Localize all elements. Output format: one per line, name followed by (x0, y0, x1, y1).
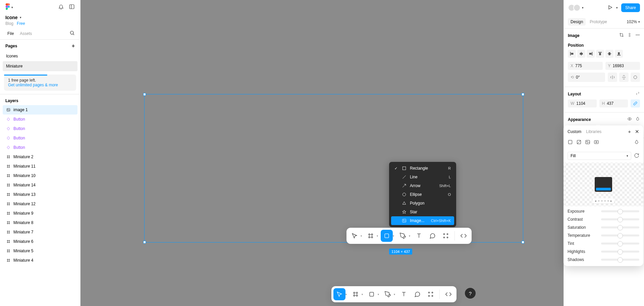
layer-item[interactable]: Miniature 8 (3, 218, 77, 227)
layer-item[interactable]: Miniature 11 (3, 162, 77, 171)
align-top[interactable] (596, 50, 604, 58)
align-vcenter[interactable] (605, 50, 613, 58)
share-button[interactable]: Share (621, 3, 640, 12)
layer-item[interactable]: Button (3, 143, 77, 152)
rotation-input[interactable]: ⟲0° (568, 73, 605, 82)
help-button[interactable]: ? (465, 288, 476, 299)
shape-menu-image[interactable]: Image...Ctrl+Shift+K (391, 216, 454, 225)
chevron-down-icon[interactable]: ▾ (393, 234, 394, 237)
chevron-down-icon[interactable]: ▾ (409, 234, 410, 237)
layer-item[interactable]: Miniature 13 (3, 190, 77, 199)
panels-icon[interactable] (69, 4, 75, 11)
shape-menu-ellipse[interactable]: EllipseO (391, 190, 454, 199)
plan-link[interactable]: Free (17, 21, 25, 26)
upgrade-link[interactable]: Get unlimited pages & more (8, 83, 58, 87)
file-title[interactable]: Icone (5, 15, 18, 20)
resize-handle-bl[interactable] (143, 241, 146, 244)
chevron-down-icon[interactable]: ▾ (20, 16, 21, 19)
pen-tool[interactable] (382, 288, 394, 300)
move-tool[interactable] (333, 288, 345, 300)
layer-item[interactable]: Miniature 14 (3, 180, 77, 190)
shape-menu-line[interactable]: LineL (391, 173, 454, 181)
canvas[interactable]: 1104 × 437 ✓RectangleRLineLArrowShift+LE… (80, 0, 564, 306)
more-transform[interactable] (631, 73, 640, 82)
tab-assets[interactable]: Assets (18, 28, 34, 39)
rotate-icon[interactable] (634, 153, 639, 159)
move-tool[interactable] (348, 230, 361, 242)
blend-icon[interactable] (635, 117, 640, 122)
resize-handle-tl[interactable] (143, 93, 146, 96)
add-page-button[interactable]: + (72, 43, 75, 49)
slider-contrast[interactable] (601, 218, 639, 220)
shape-menu-star[interactable]: Star (391, 208, 454, 216)
slider-saturation[interactable] (601, 226, 639, 228)
slider-shadows[interactable] (601, 259, 639, 261)
frame-tool[interactable] (365, 230, 377, 242)
crop-icon[interactable] (619, 33, 624, 38)
layer-item[interactable]: Miniature 9 (3, 209, 77, 218)
align-hcenter[interactable] (577, 50, 585, 58)
solid-fill-icon[interactable] (568, 139, 573, 146)
text-tool[interactable] (413, 230, 425, 242)
file-project[interactable]: Blog (5, 21, 13, 26)
shape-menu[interactable]: ✓RectangleRLineLArrowShift+LEllipseOPoly… (389, 162, 456, 227)
image-fill-panel[interactable]: Custom Libraries + ✕ Fill ▾ ◂▪▪▪▪▸ (564, 125, 643, 266)
avatar[interactable] (573, 4, 581, 11)
selection-outline[interactable] (144, 94, 523, 243)
layer-item[interactable]: Miniature 7 (3, 227, 77, 237)
layer-item[interactable]: Miniature 2 (3, 152, 77, 162)
tab-libraries[interactable]: Libraries (586, 129, 601, 134)
y-input[interactable]: Y16983 (605, 62, 640, 70)
gradient-fill-icon[interactable] (576, 139, 582, 146)
shape-tool[interactable] (366, 288, 378, 300)
text-tool[interactable] (398, 288, 410, 300)
page-item[interactable]: Icones (3, 51, 77, 61)
slider-highlights[interactable] (601, 251, 639, 253)
tab-file[interactable]: File (5, 28, 16, 39)
slider-tint[interactable] (601, 243, 639, 245)
layer-item[interactable]: Button (3, 124, 77, 133)
slider-temperature[interactable] (601, 234, 639, 236)
layer-item[interactable]: Miniature 4 (3, 256, 77, 265)
layer-item[interactable]: Miniature 5 (3, 246, 77, 256)
slider-exposure[interactable] (601, 210, 639, 212)
blend-mode-icon[interactable] (634, 139, 639, 146)
image-fill-icon[interactable] (585, 139, 590, 146)
flip-v[interactable] (619, 73, 629, 82)
collaborators[interactable]: ▾ (568, 4, 584, 11)
more-icon[interactable] (635, 33, 640, 38)
chevron-down-icon[interactable]: ▾ (378, 293, 379, 296)
layer-item[interactable]: Button (3, 115, 77, 124)
component-icon[interactable] (627, 33, 632, 38)
image-preview[interactable]: ◂▪▪▪▪▸ (564, 163, 643, 206)
pen-tool[interactable] (397, 230, 409, 242)
resize-handle-br[interactable] (522, 241, 524, 244)
layer-item[interactable]: Button (3, 133, 77, 143)
dev-mode-toggle[interactable] (458, 230, 470, 242)
x-input[interactable]: X775 (568, 62, 603, 70)
shape-tool[interactable] (381, 230, 393, 242)
bell-icon[interactable] (58, 4, 64, 11)
shape-menu-rect[interactable]: ✓RectangleR (391, 164, 454, 173)
add-icon[interactable]: + (628, 129, 631, 135)
shape-menu-arrow[interactable]: ArrowShift+L (391, 181, 454, 190)
layer-item[interactable]: Miniature 6 (3, 237, 77, 246)
frame-tool[interactable] (350, 288, 362, 300)
layer-item[interactable]: Miniature 10 (3, 171, 77, 180)
chevron-down-icon[interactable]: ▾ (362, 293, 363, 296)
chevron-down-icon[interactable]: ▾ (582, 6, 584, 9)
zoom-select[interactable]: 102%▾ (627, 19, 640, 24)
video-fill-icon[interactable] (594, 139, 599, 146)
search-icon[interactable] (69, 30, 75, 37)
tab-prototype[interactable]: Prototype (587, 18, 609, 26)
shape-menu-polygon[interactable]: Polygon (391, 199, 454, 208)
tab-custom[interactable]: Custom (568, 129, 581, 134)
close-icon[interactable]: ✕ (635, 129, 639, 135)
actions-tool[interactable] (440, 230, 452, 242)
page-item[interactable]: Miniature (3, 61, 77, 71)
chevron-down-icon[interactable]: ▾ (377, 234, 378, 237)
chevron-down-icon[interactable]: ▾ (361, 234, 362, 237)
layer-item[interactable]: image 1 (3, 105, 77, 115)
figma-menu[interactable]: ▾ (5, 3, 13, 11)
align-bottom[interactable] (615, 50, 623, 58)
